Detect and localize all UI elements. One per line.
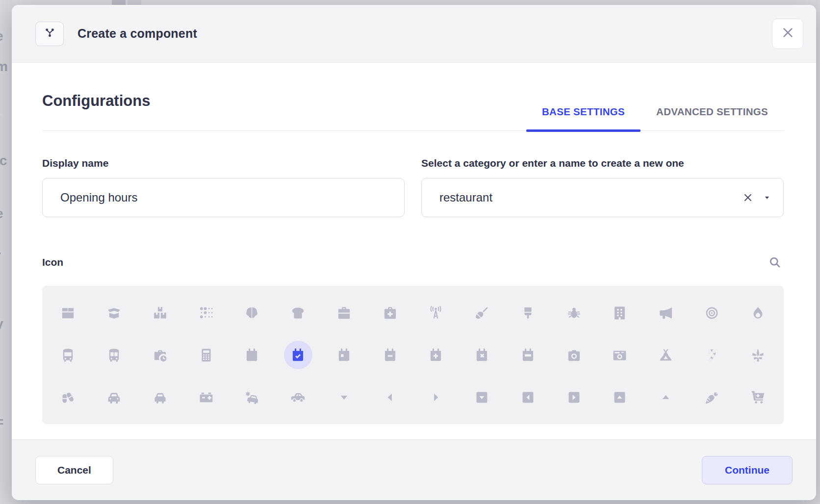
clear-x-icon[interactable] <box>740 190 756 205</box>
backdrop-text-fragment: m <box>0 59 8 75</box>
icon-box-open[interactable] <box>91 292 137 334</box>
icon-calendar-times[interactable] <box>459 334 505 376</box>
icon-candy-cane[interactable] <box>689 334 735 376</box>
icon-broom[interactable] <box>459 292 505 334</box>
icon-car-crash[interactable] <box>229 376 275 418</box>
dialog-body: Configurations BASE SETTINGS ADVANCED SE… <box>12 63 816 439</box>
cancel-button[interactable]: Cancel <box>35 456 113 484</box>
icon-business-time[interactable] <box>137 334 183 376</box>
icon-bread-slice[interactable] <box>275 292 321 334</box>
icon-camera[interactable] <box>551 334 597 376</box>
backdrop-text-fragment: = <box>0 414 3 430</box>
dialog-header: Create a component <box>12 5 816 63</box>
icon-brush[interactable] <box>505 292 551 334</box>
icon-caret-square-left[interactable] <box>505 376 551 418</box>
config-header-row: Configurations BASE SETTINGS ADVANCED SE… <box>42 92 784 131</box>
display-name-field: Display name <box>42 157 405 217</box>
icon-calendar[interactable] <box>229 334 275 376</box>
icon-calendar-minus[interactable] <box>367 334 413 376</box>
icon-broadcast-tower[interactable] <box>413 292 459 334</box>
tab-base-settings[interactable]: BASE SETTINGS <box>526 106 641 130</box>
backdrop-text-fragment: e <box>0 206 3 222</box>
x-icon <box>781 26 794 41</box>
close-button[interactable] <box>772 19 803 49</box>
icon-car-battery[interactable] <box>183 376 229 418</box>
dialog-footer: Cancel Continue <box>12 439 816 500</box>
fields-row: Display name Select a category or enter … <box>42 157 784 217</box>
category-select[interactable]: restaurant <box>421 178 784 217</box>
backdrop-text-fragment: r <box>0 248 1 263</box>
backdrop-artifact <box>128 0 141 5</box>
icon-bus-alt[interactable] <box>91 334 137 376</box>
icon-caret-square-right[interactable] <box>551 376 597 418</box>
backdrop-artifact <box>112 0 126 5</box>
tab-advanced-settings[interactable]: ADVANCED SETTINGS <box>641 106 784 130</box>
icon-bullseye[interactable] <box>689 292 735 334</box>
icon-bus[interactable] <box>45 334 91 376</box>
icon-box[interactable] <box>45 292 91 334</box>
component-split-icon <box>43 26 56 41</box>
icon-car[interactable] <box>91 376 137 418</box>
settings-tabs: BASE SETTINGS ADVANCED SETTINGS <box>526 106 784 130</box>
icon-picker-head: Icon <box>42 253 784 271</box>
icon-calendar-day[interactable] <box>321 334 367 376</box>
icon-car-alt[interactable] <box>137 376 183 418</box>
dialog-title: Create a component <box>77 26 197 41</box>
icon-grid <box>42 286 784 424</box>
display-name-input[interactable] <box>42 178 405 217</box>
icon-caret-up[interactable] <box>643 376 689 418</box>
icon-cannabis[interactable] <box>735 334 781 376</box>
caret-down-icon[interactable] <box>763 193 771 202</box>
category-label: Select a category or enter a name to cre… <box>421 157 784 169</box>
icon-campground[interactable] <box>643 334 689 376</box>
icon-carrot[interactable] <box>689 376 735 418</box>
icon-calendar-week[interactable] <box>505 334 551 376</box>
icon-bug[interactable] <box>551 292 597 334</box>
icon-caret-left[interactable] <box>367 376 413 418</box>
backdrop-text-fragment: ic <box>0 153 7 169</box>
category-selected-value: restaurant <box>439 191 740 204</box>
icon-briefcase-medical[interactable] <box>367 292 413 334</box>
icon-capsules[interactable] <box>45 376 91 418</box>
section-title: Configurations <box>42 92 150 130</box>
icon-bullhorn[interactable] <box>643 292 689 334</box>
magnifier-icon[interactable] <box>766 253 784 271</box>
icon-caret-right[interactable] <box>413 376 459 418</box>
icon-calendar-plus[interactable] <box>413 334 459 376</box>
icon-picker-section: Icon <box>42 253 784 424</box>
icon-caret-down[interactable] <box>321 376 367 418</box>
icon-camera-retro[interactable] <box>597 334 643 376</box>
icon-boxes-stacked[interactable] <box>137 292 183 334</box>
create-component-dialog: Create a component Configurations BASE S… <box>12 5 816 500</box>
continue-button[interactable]: Continue <box>702 456 793 484</box>
icon-calculator[interactable] <box>183 334 229 376</box>
icon-braille[interactable] <box>183 292 229 334</box>
category-field: Select a category or enter a name to cre… <box>421 157 784 217</box>
icon-briefcase[interactable] <box>321 292 367 334</box>
icon-caret-square-up[interactable] <box>597 376 643 418</box>
icon-calendar-check[interactable] <box>275 334 321 376</box>
icon-label: Icon <box>42 256 63 268</box>
icon-car-side[interactable] <box>275 376 321 418</box>
icon-building[interactable] <box>597 292 643 334</box>
backdrop-text-fragment: e <box>0 28 3 44</box>
backdrop-text-fragment: y <box>0 316 3 332</box>
component-badge <box>35 22 64 46</box>
icon-cart-arrow-down[interactable] <box>735 376 781 418</box>
icon-caret-square-down[interactable] <box>459 376 505 418</box>
display-name-label: Display name <box>42 157 405 169</box>
icon-burn[interactable] <box>735 292 781 334</box>
icon-brain[interactable] <box>229 292 275 334</box>
